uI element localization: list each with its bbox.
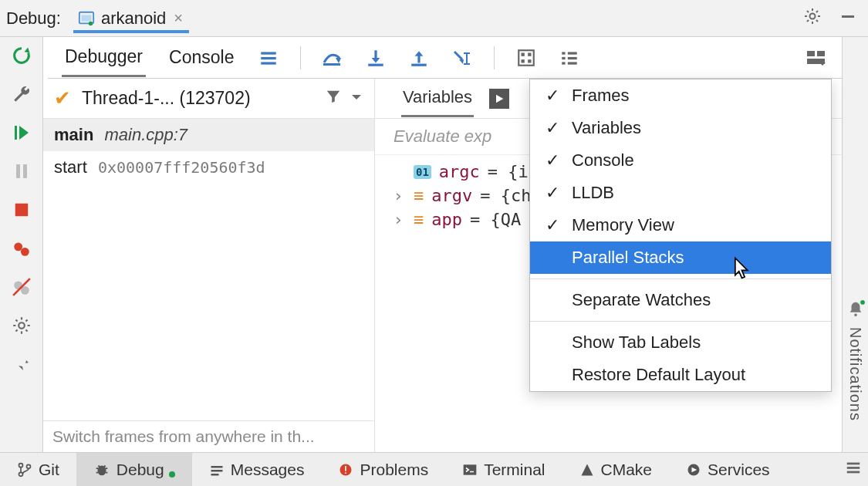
svg-point-2 [89,21,93,25]
frame-function: main [54,125,93,144]
check-icon: ✔ [54,86,71,110]
terminal-icon [462,462,478,478]
run-config-name: arkanoid [101,8,166,29]
menu-item-separate-watches[interactable]: Separate Watches [530,284,831,316]
wrench-icon[interactable] [8,80,35,108]
gear-icon[interactable] [799,4,826,33]
svg-rect-19 [369,63,384,66]
svg-rect-32 [568,52,577,54]
var-value: = {ch [480,186,531,205]
svg-point-10 [20,248,29,256]
pin-button[interactable] [8,350,35,378]
view-breakpoints-button[interactable] [8,235,35,262]
filter-icon[interactable] [325,88,342,110]
hamburger-icon[interactable] [845,459,862,480]
tab-console[interactable]: Console [166,39,237,76]
svg-rect-15 [262,52,277,54]
notifications-strip[interactable]: Notifications [842,37,868,452]
run-configuration-tab[interactable]: arkanoid × [73,4,189,33]
frame-location: main.cpp:7 [104,125,187,144]
svg-rect-47 [346,466,347,471]
svg-rect-45 [211,474,218,476]
menu-item-memory-view[interactable]: ✓Memory View [530,209,831,241]
debug-side-toolbar [0,37,43,452]
svg-rect-30 [562,56,566,59]
var-name: argc [439,162,480,181]
trace-icon[interactable] [558,46,581,69]
panel-title: Debug: [6,8,61,29]
svg-rect-49 [464,464,477,474]
stack-frame[interactable]: main main.cpp:7 [43,119,374,151]
svg-rect-16 [262,56,277,59]
separator [494,46,495,69]
pause-button[interactable] [8,157,35,185]
status-cmake[interactable]: CMake [562,453,670,486]
minimize-icon[interactable] [834,4,862,33]
svg-point-40 [19,472,23,476]
menu-item-parallel-stacks[interactable]: Parallel Stacks [530,241,831,274]
thread-selector[interactable]: ✔ Thread-1-... (123702) [43,79,374,119]
svg-rect-28 [529,59,532,62]
debugger-tabs: Debugger Console [48,37,842,79]
tab-variables[interactable]: Variables [401,79,474,117]
svg-rect-21 [466,52,468,65]
status-problems[interactable]: Problems [321,453,445,486]
step-into-icon[interactable] [364,46,387,69]
expand-icon[interactable]: › [390,210,406,229]
menu-item-lldb[interactable]: ✓LLDB [530,177,831,209]
step-out-icon[interactable] [407,46,431,69]
frames-pane: ✔ Thread-1-... (123702) main main.cpp:7 … [43,79,375,452]
variables-pane: Variables Evaluate exp 01 argc = {in › [375,79,842,452]
expand-icon[interactable]: › [390,186,406,205]
resume-button[interactable] [8,119,35,147]
type-badge: ≡ [414,210,424,229]
menu-separator [530,278,831,279]
status-services[interactable]: Services [669,453,787,486]
toolwindow-header: Debug: arkanoid × [0,0,868,37]
menu-item-variables[interactable]: ✓Variables [530,112,831,144]
svg-point-38 [854,314,857,317]
menu-item-console[interactable]: ✓Console [530,144,831,177]
svg-rect-44 [211,470,222,472]
mute-breakpoints-button[interactable] [8,273,35,301]
svg-rect-43 [211,466,222,468]
rerun-button[interactable] [8,42,35,69]
menu-item-frames[interactable]: ✓Frames [530,79,831,112]
svg-rect-23 [464,63,470,65]
frame-function: start [54,157,87,177]
layout-popup-menu: ✓Frames ✓Variables ✓Console ✓LLDB ✓Memor… [529,79,832,392]
status-messages[interactable]: Messages [192,453,322,486]
bell-icon[interactable] [847,301,864,322]
error-icon [338,462,353,478]
step-over-icon[interactable] [321,46,344,69]
evaluate-expression-icon[interactable] [515,46,538,69]
svg-rect-48 [346,472,347,474]
threads-view-icon[interactable] [257,46,280,69]
menu-item-restore-layout[interactable]: Restore Default Layout [530,359,831,391]
close-icon[interactable]: × [174,9,183,27]
svg-rect-29 [562,52,566,54]
more-tabs-icon[interactable] [489,89,509,109]
stop-button[interactable] [8,196,35,224]
debug-settings-button[interactable] [8,312,35,339]
svg-rect-26 [529,52,532,56]
status-debug[interactable]: Debug [76,453,192,486]
svg-rect-20 [412,63,427,66]
svg-rect-27 [522,59,525,62]
expand-icon[interactable] [390,162,406,181]
svg-rect-35 [807,51,815,56]
status-terminal[interactable]: Terminal [445,453,562,486]
stack-frame[interactable]: start 0x00007fff20560f3d [43,151,374,184]
branch-icon [17,462,32,478]
tab-debugger[interactable]: Debugger [62,39,146,77]
type-badge: ≡ [414,186,424,205]
services-icon [686,462,701,478]
svg-rect-17 [262,62,277,64]
chevron-down-icon[interactable] [350,89,363,109]
thread-name: Thread-1-... (123702) [82,88,251,109]
layout-settings-icon[interactable] [805,46,828,69]
run-to-cursor-icon[interactable] [451,46,474,69]
svg-rect-36 [817,51,825,56]
status-git[interactable]: Git [0,453,76,486]
menu-item-show-tab-labels[interactable]: Show Tab Labels [530,326,831,359]
